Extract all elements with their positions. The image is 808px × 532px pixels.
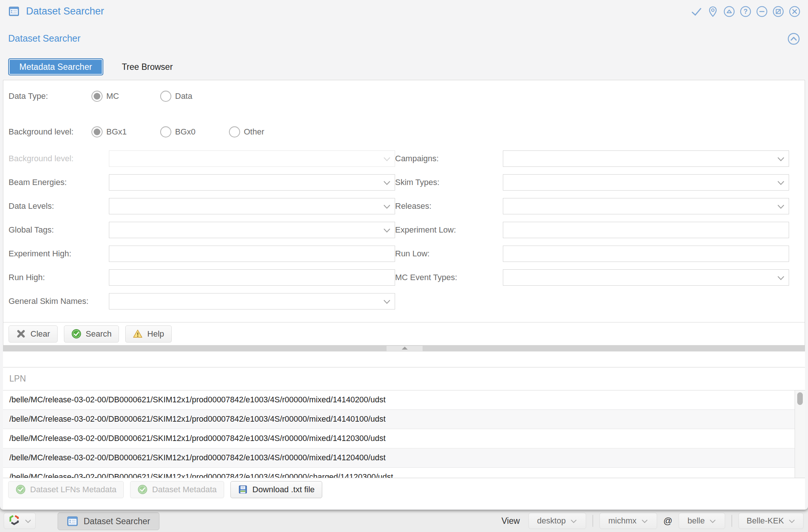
chevron-down-icon	[777, 180, 785, 187]
clear-button[interactable]: Clear	[9, 325, 58, 343]
combo-mc-event-types[interactable]	[503, 269, 789, 286]
view-selector-desktop[interactable]: desktop	[529, 513, 586, 529]
tab-tree-browser[interactable]: Tree Browser	[119, 58, 176, 75]
field-label-experiment-high: Experiment High:	[9, 249, 109, 259]
table-row[interactable]: /belle/MC/release-03-02-00/DB0000621/SKI…	[3, 390, 795, 410]
radio-row-data-type: Data Type:MCData	[9, 90, 805, 103]
radio-unselected-icon	[160, 91, 171, 102]
radio-selected-icon	[91, 91, 103, 102]
tab-label: Tree Browser	[122, 62, 173, 72]
combo-beam-energies[interactable]	[109, 174, 395, 191]
field-label: Background level:	[9, 126, 91, 138]
metadata-search-form: Data Type:MCDataBackground level:BGx1BGx…	[3, 80, 805, 346]
button-label: Dataset LFNs Metadata	[30, 485, 116, 494]
help-icon[interactable]: ?	[740, 6, 752, 17]
chevron-down-icon	[777, 204, 785, 211]
collapse-panel-icon[interactable]	[787, 32, 800, 45]
table-row[interactable]: /belle/MC/release-03-02-00/DB0000621/SKI…	[3, 468, 795, 478]
input-run-high[interactable]	[109, 269, 395, 286]
radio-option-data[interactable]: Data	[160, 91, 229, 102]
taskbar-app-dataset-searcher[interactable]: Dataset Searcher	[58, 512, 159, 530]
selector-value: belle	[688, 516, 705, 526]
column-header-lpn[interactable]: LPN	[3, 367, 805, 390]
combo-campaigns[interactable]	[503, 150, 789, 167]
tab-metadata-searcher[interactable]: Metadata Searcher	[8, 58, 103, 75]
field-label-global-tags: Global Tags:	[9, 225, 109, 235]
combo-global-tags[interactable]	[109, 222, 395, 238]
input-experiment-high[interactable]	[109, 246, 395, 262]
setup-selector[interactable]: Belle-KEK	[738, 513, 804, 529]
field-label-beam-energies: Beam Energies:	[9, 178, 109, 187]
chevron-down-icon	[777, 275, 785, 282]
chevron-down-icon	[383, 299, 391, 306]
radio-row-background-level: Background level:BGx1BGx0Other	[9, 120, 805, 144]
view-label: View	[501, 516, 520, 526]
fields-grid: Background level:Campaigns:Beam Energies…	[9, 150, 805, 309]
separator	[592, 515, 593, 527]
table-row[interactable]: /belle/MC/release-03-02-00/DB0000621/SKI…	[3, 410, 795, 429]
check-icon[interactable]	[691, 6, 702, 17]
dataset-metadata-button: Dataset Metadata	[130, 481, 224, 498]
table-row[interactable]: /belle/MC/release-03-02-00/DB0000621/SKI…	[3, 429, 795, 448]
user-selector[interactable]: michmx	[599, 513, 657, 529]
combo-skim-types[interactable]	[503, 174, 789, 191]
chevron-down-icon	[777, 156, 785, 163]
dirac-menu-button[interactable]	[4, 513, 36, 529]
radio-label: BGx0	[175, 127, 195, 137]
panel-title: Dataset Searcher	[8, 33, 81, 44]
field-label-background-level: Background level:	[9, 154, 109, 163]
field-label-run-low: Run Low:	[395, 249, 503, 259]
restore-icon[interactable]	[723, 6, 735, 17]
table-row[interactable]: /belle/MC/release-03-02-00/DB0000621/SKI…	[3, 448, 795, 468]
dataset-searcher-icon	[9, 6, 19, 17]
selector-value: desktop	[537, 516, 566, 526]
help-button[interactable]: Help	[125, 325, 171, 343]
tab-label: Metadata Searcher	[19, 62, 92, 72]
input-run-low[interactable]	[503, 246, 789, 262]
field-label-run-high: Run High:	[9, 273, 109, 282]
button-label: Dataset Metadata	[152, 485, 217, 494]
window-title: Dataset Searcher	[26, 6, 104, 17]
chevron-down-icon	[383, 228, 391, 234]
radio-option-bgx1[interactable]: BGx1	[91, 126, 160, 137]
radio-label: BGx1	[106, 127, 127, 137]
radio-option-other[interactable]: Other	[229, 126, 298, 137]
dataset-searcher-window: Dataset Searcher ? Dataset Searcher Meta…	[0, 0, 808, 510]
warning-triangle-icon	[133, 329, 143, 339]
radio-label: Data	[175, 91, 192, 101]
unpin-icon[interactable]	[772, 6, 784, 17]
field-label: Data Type:	[9, 90, 91, 102]
separator	[731, 515, 732, 527]
close-icon[interactable]	[789, 6, 801, 17]
taskbar-app-label: Dataset Searcher	[84, 516, 150, 526]
column-header-label: LPN	[9, 374, 26, 384]
dataset-lfns-metadata-button: Dataset LFNs Metadata	[8, 481, 124, 498]
radio-option-mc[interactable]: MC	[91, 91, 160, 102]
field-label-skim-types: Skim Types:	[395, 178, 503, 187]
radio-option-bgx0[interactable]: BGx0	[160, 126, 229, 137]
group-selector[interactable]: belle	[679, 513, 725, 529]
combo-releases[interactable]	[503, 198, 789, 214]
vertical-scrollbar[interactable]	[795, 390, 805, 478]
field-label-campaigns: Campaigns:	[395, 154, 503, 163]
lpn-cell: /belle/MC/release-03-02-00/DB0000621/SKI…	[9, 473, 393, 478]
combo-data-levels[interactable]	[109, 198, 395, 214]
chevron-down-icon	[570, 516, 577, 526]
splitter-bar[interactable]	[3, 346, 805, 351]
green-check-icon	[138, 484, 148, 494]
download-txt-file-button[interactable]: Download .txt file	[230, 481, 322, 498]
splitter-collapse-handle[interactable]	[387, 346, 423, 351]
button-label: Search	[86, 329, 112, 339]
button-label: Download .txt file	[252, 485, 315, 494]
window-tools: ?	[691, 6, 801, 17]
minimize-icon[interactable]	[756, 6, 768, 17]
selector-value: michmx	[608, 516, 637, 526]
field-label-mc-event-types: MC Event Types:	[395, 273, 503, 282]
search-button[interactable]: Search	[64, 325, 119, 343]
combo-general-skim-names[interactable]	[109, 293, 395, 309]
floppy-disk-icon	[238, 484, 248, 494]
lpn-cell: /belle/MC/release-03-02-00/DB0000621/SKI…	[9, 395, 385, 405]
location-pin-icon[interactable]	[707, 6, 719, 17]
scrollbar-thumb[interactable]	[797, 392, 803, 405]
input-experiment-low[interactable]	[503, 222, 789, 238]
